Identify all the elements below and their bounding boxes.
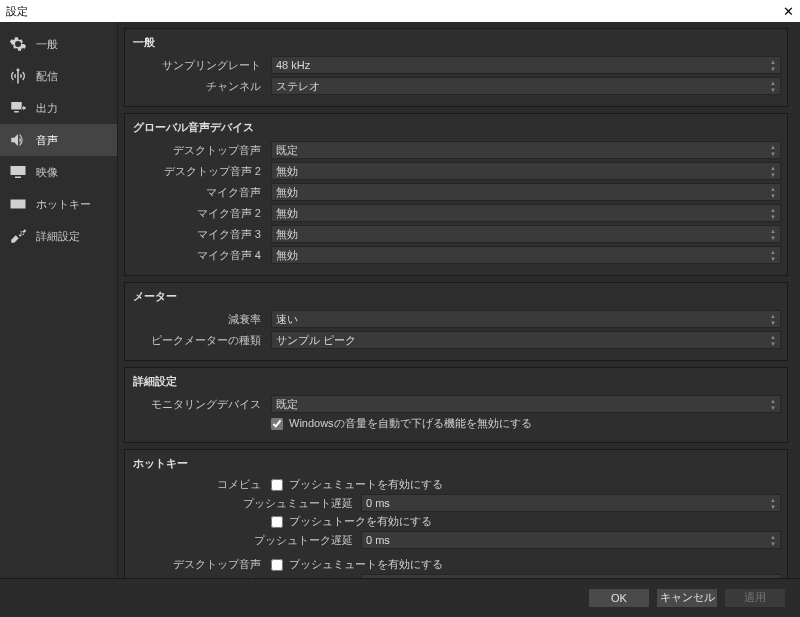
mic-audio-1-select[interactable]: 無効▲▼ (271, 183, 781, 201)
push-talk-delay-spin[interactable]: 0 ms▲▼ (361, 531, 781, 549)
antenna-icon (8, 66, 28, 86)
sidebar-item-label: 映像 (36, 165, 58, 180)
section-devices: グローバル音声デバイス デスクトップ音声既定▲▼ デスクトップ音声 2無効▲▼ … (124, 113, 788, 276)
close-icon[interactable]: ✕ (783, 4, 794, 19)
desktop-audio-2-label: デスクトップ音声 2 (131, 164, 271, 179)
push-mute-enable-checkbox[interactable]: プッシュミュートを有効にする (271, 557, 443, 572)
section-general: 一般 サンプリングレート 48 kHz▲▼ チャンネル ステレオ▲▼ (124, 28, 788, 107)
sidebar-item-label: 音声 (36, 133, 58, 148)
mic-audio-2-label: マイク音声 2 (131, 206, 271, 221)
sidebar-item-general[interactable]: 一般 (0, 28, 117, 60)
sidebar-item-label: ホットキー (36, 197, 91, 212)
section-title: 詳細設定 (133, 374, 781, 389)
ok-button[interactable]: OK (588, 588, 650, 608)
section-title: 一般 (133, 35, 781, 50)
output-icon (8, 98, 28, 118)
sidebar-item-label: 詳細設定 (36, 229, 80, 244)
push-mute-delay-spin[interactable]: 0 ms▲▼ (361, 494, 781, 512)
footer: OK キャンセル 適用 (0, 578, 800, 616)
sidebar-item-audio[interactable]: 音声 (0, 124, 117, 156)
push-mute-enable-checkbox[interactable]: プッシュミュートを有効にする (271, 477, 443, 492)
mic-audio-1-label: マイク音声 (131, 185, 271, 200)
settings-scroll[interactable]: 一般 サンプリングレート 48 kHz▲▼ チャンネル ステレオ▲▼ グローバル… (118, 22, 800, 578)
push-mute-delay-spin[interactable]: 0 ms▲▼ (361, 574, 781, 578)
push-talk-delay-label: プッシュトーク遅延 (131, 533, 361, 548)
push-mute-delay-label: プッシュミュート遅延 (131, 496, 361, 511)
window-title: 設定 (6, 4, 28, 19)
push-talk-enable-checkbox[interactable]: プッシュトークを有効にする (271, 514, 432, 529)
sidebar-item-hotkeys[interactable]: ホットキー (0, 188, 117, 220)
channels-select[interactable]: ステレオ▲▼ (271, 77, 781, 95)
peak-meter-label: ピークメーターの種類 (131, 333, 271, 348)
monitor-icon (8, 162, 28, 182)
sidebar-item-label: 配信 (36, 69, 58, 84)
section-advanced: 詳細設定 モニタリングデバイス既定▲▼ Windowsの音量を自動で下げる機能を… (124, 367, 788, 443)
hotkey-source-1-label: コメビュ (131, 477, 271, 492)
section-title: メーター (133, 289, 781, 304)
decay-rate-select[interactable]: 速い▲▼ (271, 310, 781, 328)
section-meter: メーター 減衰率速い▲▼ ピークメーターの種類サンプル ピーク▲▼ (124, 282, 788, 361)
gear-icon (8, 34, 28, 54)
section-title: グローバル音声デバイス (133, 120, 781, 135)
tools-icon (8, 226, 28, 246)
channels-label: チャンネル (131, 79, 271, 94)
sample-rate-select[interactable]: 48 kHz▲▼ (271, 56, 781, 74)
apply-button[interactable]: 適用 (724, 588, 786, 608)
push-mute-delay-label: プッシュミュート遅延 (131, 576, 361, 579)
sidebar-item-stream[interactable]: 配信 (0, 60, 117, 92)
sidebar-item-label: 一般 (36, 37, 58, 52)
sidebar-item-output[interactable]: 出力 (0, 92, 117, 124)
decay-rate-label: 減衰率 (131, 312, 271, 327)
section-title: ホットキー (133, 456, 781, 471)
sidebar-item-label: 出力 (36, 101, 58, 116)
sidebar-item-video[interactable]: 映像 (0, 156, 117, 188)
monitoring-device-select[interactable]: 既定▲▼ (271, 395, 781, 413)
peak-meter-select[interactable]: サンプル ピーク▲▼ (271, 331, 781, 349)
mic-audio-3-label: マイク音声 3 (131, 227, 271, 242)
disable-ducking-checkbox[interactable]: Windowsの音量を自動で下げる機能を無効にする (271, 416, 781, 431)
sidebar: 一般 配信 出力 音声 映像 ホットキー 詳細設定 (0, 22, 118, 578)
titlebar: 設定 ✕ (0, 0, 800, 22)
desktop-audio-1-label: デスクトップ音声 (131, 143, 271, 158)
desktop-audio-2-select[interactable]: 無効▲▼ (271, 162, 781, 180)
monitoring-device-label: モニタリングデバイス (131, 397, 271, 412)
sample-rate-label: サンプリングレート (131, 58, 271, 73)
hotkey-source-2-label: デスクトップ音声 (131, 557, 271, 572)
speaker-icon (8, 130, 28, 150)
mic-audio-4-select[interactable]: 無効▲▼ (271, 246, 781, 264)
cancel-button[interactable]: キャンセル (656, 588, 718, 608)
mic-audio-2-select[interactable]: 無効▲▼ (271, 204, 781, 222)
desktop-audio-1-select[interactable]: 既定▲▼ (271, 141, 781, 159)
section-hotkeys: ホットキー コメビュ プッシュミュートを有効にする プッシュミュート遅延0 ms… (124, 449, 788, 578)
mic-audio-3-select[interactable]: 無効▲▼ (271, 225, 781, 243)
sidebar-item-advanced[interactable]: 詳細設定 (0, 220, 117, 252)
mic-audio-4-label: マイク音声 4 (131, 248, 271, 263)
keyboard-icon (8, 194, 28, 214)
